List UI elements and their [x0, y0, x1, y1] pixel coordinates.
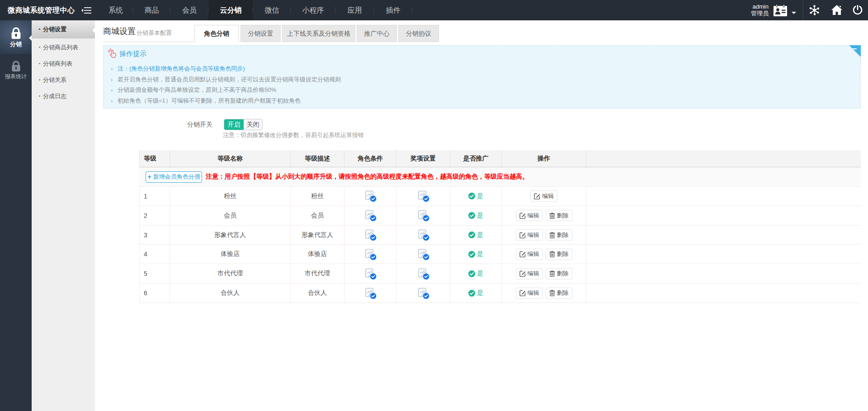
cell-name: 粉丝	[170, 187, 290, 206]
col-actions: 操作	[501, 150, 586, 167]
bullet-dot	[39, 47, 40, 48]
topnav-item-distribution[interactable]: 云分销	[208, 0, 253, 20]
topnav-item-wechat[interactable]: 微信	[253, 0, 291, 20]
cell-name: 会员	[170, 206, 290, 225]
edit-button[interactable]: 编辑	[530, 190, 557, 202]
delete-button[interactable]: 删除	[546, 210, 572, 221]
chart-edit-check-icon[interactable]	[364, 287, 377, 299]
tab-distribution-agreement[interactable]: 分销协议	[398, 25, 439, 42]
edit-button[interactable]: 编辑	[516, 268, 543, 279]
chart-edit-check-icon[interactable]	[364, 268, 377, 280]
tab-role-distribution[interactable]: 角色分销	[194, 25, 239, 42]
chart-edit-check-icon[interactable]	[364, 209, 377, 222]
cell-award	[396, 264, 450, 283]
trash-icon	[549, 251, 555, 257]
header-divider	[103, 42, 194, 42]
cell-name: 合伙人	[170, 283, 290, 302]
col-filler	[586, 150, 861, 167]
power-icon[interactable]	[853, 5, 863, 15]
sidebar-collapse-icon[interactable]	[81, 6, 91, 14]
cell-level: 6	[139, 283, 170, 302]
chart-edit-check-icon[interactable]	[417, 268, 429, 280]
bullet-dot	[39, 79, 40, 80]
chart-edit-check-icon[interactable]	[417, 229, 429, 241]
delete-button[interactable]: 删除	[546, 288, 572, 299]
chart-edit-check-icon[interactable]	[417, 248, 429, 260]
edit-button[interactable]: 编辑	[516, 249, 543, 260]
cell-promote: 是	[450, 226, 501, 245]
chart-edit-check-icon[interactable]	[417, 287, 429, 299]
page-title: 商城设置	[103, 26, 136, 37]
tip-line: 若开启角色分销，普通会员启用默认分销规则，还可以去设置分销商等级设定分销规则	[111, 76, 341, 83]
sidebar-submenu: 分销设置 分销商品列表 分销商列表 分销关系 分成日志	[32, 20, 95, 411]
plus-icon: +	[147, 173, 151, 180]
sidebar-item-distributor-list[interactable]: 分销商列表	[32, 56, 95, 72]
topnav-item-system[interactable]: 系统	[99, 0, 133, 20]
check-circle-icon	[468, 270, 475, 277]
add-role-button[interactable]: +新增会员角色分佣	[146, 171, 202, 183]
pen-square-icon	[519, 213, 526, 219]
cell-name: 市代代理	[170, 264, 290, 283]
bullet-dot	[39, 28, 40, 30]
chart-edit-check-icon[interactable]	[364, 229, 377, 241]
topnav-item-plugin[interactable]: 插件	[374, 0, 412, 20]
tab-distribution-settings[interactable]: 分销设置	[241, 25, 281, 42]
cell-condition	[344, 264, 396, 283]
check-circle-icon	[468, 231, 475, 238]
cell-level: 4	[139, 245, 170, 264]
table-row: 1粉丝粉丝是编辑	[139, 187, 861, 206]
cell-promote: 是	[450, 264, 501, 283]
user-role: 管理员	[751, 10, 769, 17]
table-warning-note: 注意：用户按照【等级】从小到大的顺序升级，请按照角色的高级程度来配置角色，越高级…	[206, 173, 528, 181]
active-module-arrow	[29, 35, 32, 41]
share-nodes-icon[interactable]	[809, 5, 820, 16]
caret-down-icon[interactable]	[792, 12, 796, 14]
module-report[interactable]: 报表统计	[0, 54, 32, 87]
module-label: 报表统计	[0, 73, 32, 80]
user-card-icon[interactable]	[773, 4, 788, 17]
switch-on-button[interactable]: 开启	[224, 119, 244, 130]
sidebar-item-distribution-settings[interactable]: 分销设置	[32, 20, 95, 38]
sidebar-item-distribution-relation[interactable]: 分销关系	[32, 72, 95, 88]
edit-button[interactable]: 编辑	[516, 229, 543, 241]
chart-edit-check-icon[interactable]	[364, 248, 377, 260]
topnav-item-miniprogram[interactable]: 小程序	[291, 0, 335, 20]
chart-edit-check-icon[interactable]	[417, 190, 429, 202]
table-row: 4体验店体验店是编辑删除	[139, 245, 861, 264]
minus-icon	[853, 48, 857, 49]
trash-icon	[549, 213, 555, 219]
delete-button[interactable]: 删除	[546, 268, 572, 279]
tip-line: 分销返佣金额每个商品单独设定，原则上不高于商品价格50%	[111, 86, 276, 94]
switch-off-button[interactable]: 关闭	[244, 119, 262, 130]
topnav-item-member[interactable]: 会员	[170, 0, 208, 20]
check-circle-icon	[468, 290, 475, 297]
user-info[interactable]: admin 管理员	[751, 3, 769, 17]
check-circle-icon	[468, 212, 475, 219]
pen-square-icon	[519, 290, 526, 296]
edit-button[interactable]: 编辑	[516, 210, 543, 221]
tips-collapse-corner[interactable]	[849, 45, 861, 57]
chart-edit-check-icon[interactable]	[364, 190, 377, 202]
sidebar-item-distribution-goods[interactable]: 分销商品列表	[32, 39, 95, 56]
check-circle-icon	[468, 193, 475, 199]
col-desc: 等级描述	[290, 150, 344, 167]
topnav-item-goods[interactable]: 商品	[133, 0, 170, 20]
table-row: 5市代代理市代代理是编辑删除	[139, 264, 861, 283]
sidebar-item-commission-log[interactable]: 分成日志	[32, 88, 95, 104]
page: 微商城系统管理中心 系统 商品 会员 云分销 微信 小程序 应用 插件 admi…	[0, 0, 868, 411]
col-level: 等级	[139, 150, 170, 167]
cell-actions: 编辑删除	[501, 226, 586, 245]
cell-name: 体验店	[170, 245, 290, 264]
topnav-item-app[interactable]: 应用	[335, 0, 374, 20]
module-distribution[interactable]: 分销	[0, 20, 32, 54]
cell-promote: 是	[450, 283, 501, 302]
chart-edit-check-icon[interactable]	[417, 209, 429, 222]
tab-upline-relation[interactable]: 上下线关系及分销资格	[282, 25, 355, 42]
edit-button[interactable]: 编辑	[516, 288, 543, 299]
app-title: 微商城系统管理中心	[8, 0, 75, 20]
tab-promotion-center[interactable]: 推广中心	[357, 25, 397, 42]
delete-button[interactable]: 删除	[546, 229, 572, 241]
home-icon[interactable]	[831, 5, 842, 15]
cell-filler	[586, 206, 861, 225]
delete-button[interactable]: 删除	[546, 249, 572, 260]
